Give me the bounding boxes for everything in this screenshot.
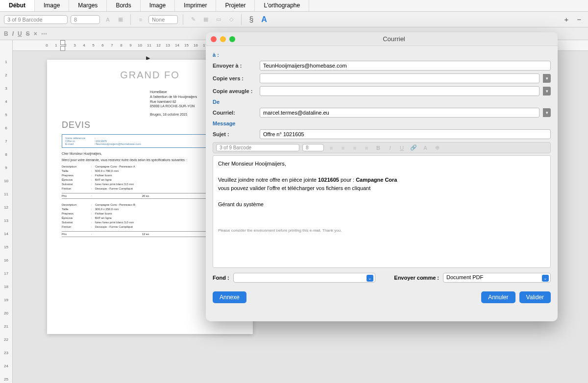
size-select[interactable]: 8 [71, 15, 100, 24]
input-bcc[interactable] [260, 86, 539, 96]
ok-button[interactable]: Valider [519, 291, 551, 303]
ruler-marker-top[interactable] [60, 40, 65, 45]
menu-projeter[interactable]: Projeter [216, 0, 255, 11]
msg-italic-icon[interactable]: I [386, 145, 394, 151]
body-greet: Cher Monsieur Hooijmaijers, [218, 160, 545, 168]
msg-font-select[interactable]: 3 of 9 Barcode [216, 144, 299, 151]
table-icon[interactable]: ▦ [201, 15, 211, 24]
chevron-down-icon: ⌄ [542, 275, 549, 282]
msg-color-icon[interactable]: A [421, 145, 430, 151]
section-to: à : [213, 52, 551, 58]
list-icon[interactable]: ≡ [136, 15, 146, 24]
zoom-icon[interactable] [229, 36, 235, 42]
sendas-select[interactable]: Document PDF⌄ [443, 273, 551, 283]
italic-icon[interactable]: I [12, 30, 14, 37]
vertical-ruler: 1234567891011121314151617181920212223242… [0, 40, 13, 383]
zoom-in-icon[interactable]: + [562, 15, 571, 24]
message-toolbar: 3 of 9 Barcode 8 ≡ ≡ ≡ ≡ B I U 🔗 A ⊕ [213, 142, 551, 153]
label-bcc: Copie aveugle : [213, 88, 256, 94]
font-select[interactable]: 3 of 9 Barcode [4, 15, 68, 24]
msg-globe-icon[interactable]: ⊕ [433, 144, 441, 151]
chevron-down-icon: ⌄ [367, 275, 373, 282]
section-message: Message [213, 120, 551, 126]
menu-imprimer[interactable]: Imprimer [175, 0, 216, 11]
from-dropdown-icon[interactable]: ▾ [543, 108, 551, 117]
label-send-to: Envoyer à : [213, 63, 256, 69]
body-footer: Please consider the environment before p… [218, 228, 545, 234]
message-body[interactable]: Cher Monsieur Hooijmaijers, Veuillez joi… [213, 155, 551, 268]
input-subject[interactable] [260, 129, 551, 139]
toolbar: 3 of 9 Barcode 8 A ▦ ≡ None ✎ ▦ ▭ ◇ § A … [0, 12, 588, 27]
menu-image[interactable]: Image [141, 0, 175, 11]
input-send-to[interactable] [260, 61, 551, 71]
input-from[interactable] [260, 108, 539, 118]
zoom-out-icon[interactable]: − [574, 15, 584, 24]
body-sign: Gérant du système [218, 200, 545, 209]
section-icon[interactable]: § [246, 15, 256, 24]
label-subject: Sujet : [213, 131, 256, 137]
align-left-icon[interactable]: ≡ [327, 145, 336, 151]
dialog-titlebar[interactable]: Courriel [206, 32, 558, 46]
minimize-icon[interactable] [220, 36, 226, 42]
align-justify-icon[interactable]: ≡ [362, 145, 371, 151]
body-line2: vous pouvez valider l'offre et télécharg… [218, 184, 545, 192]
highlight-icon[interactable]: ▦ [116, 15, 125, 24]
clear-icon[interactable]: × [34, 30, 37, 37]
color-icon[interactable]: A [103, 15, 113, 24]
align-right-icon[interactable]: ≡ [350, 145, 359, 151]
strike-icon[interactable]: S [26, 30, 30, 37]
shape-icon[interactable]: ◇ [226, 15, 236, 24]
menu-bar: DébutImageMargesBordsImageImprimerProjet… [0, 0, 588, 12]
dialog-title: Courriel [235, 35, 553, 43]
msg-underline-icon[interactable]: U [397, 145, 406, 151]
input-cc[interactable] [260, 73, 539, 83]
image-icon[interactable]: ▭ [214, 15, 223, 24]
menu-bords[interactable]: Bords [107, 0, 140, 11]
label-fond: Fond : [213, 275, 229, 281]
menu-image[interactable]: Image [35, 0, 69, 11]
ruler-marker-bottom[interactable] [60, 46, 65, 51]
more-icon[interactable]: ⋯ [41, 30, 47, 37]
underline-icon[interactable]: U [18, 30, 22, 37]
label-sendas: Envoyer comme : [394, 275, 439, 281]
cc-dropdown-icon[interactable]: ▾ [543, 74, 551, 83]
text-style-icon[interactable]: A [259, 15, 269, 24]
msg-link-icon[interactable]: 🔗 [409, 144, 418, 151]
label-from: Courriel: [213, 110, 256, 116]
align-center-icon[interactable]: ≡ [339, 145, 347, 151]
msg-bold-icon[interactable]: B [374, 145, 383, 151]
body-line1: Veuillez joindre notre offre en pièce jo… [218, 176, 545, 184]
fond-select[interactable]: ⌄ [233, 273, 376, 283]
email-dialog: Courriel à : Envoyer à : Copie vers : ▾ … [206, 32, 558, 321]
label-cc: Copie vers : [213, 75, 256, 81]
bold-icon[interactable]: B [4, 30, 8, 37]
close-icon[interactable] [211, 36, 217, 42]
edit-icon[interactable]: ✎ [188, 15, 198, 24]
msg-size-select[interactable]: 8 [302, 144, 324, 151]
cancel-button[interactable]: Annuler [481, 291, 515, 303]
menu-début[interactable]: Début [0, 0, 35, 11]
section-from: De [213, 99, 551, 105]
style-select[interactable]: None [148, 15, 178, 24]
menu-l'orthographe[interactable]: L'orthographe [255, 0, 309, 11]
menu-marges[interactable]: Marges [69, 0, 107, 11]
annex-button[interactable]: Annexe [213, 291, 246, 303]
bcc-dropdown-icon[interactable]: ▾ [543, 87, 551, 96]
